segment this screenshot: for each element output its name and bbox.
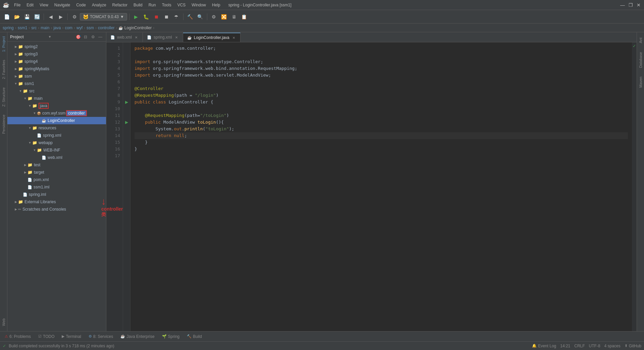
tree-spring-xml[interactable]: 📄 spring.xml [7,132,106,139]
close-tab-icon[interactable]: ✕ [134,35,139,40]
locate-button[interactable]: 🎯 [75,34,81,40]
run-gutter-icon-2[interactable]: ▶ [125,120,128,125]
close-tab-icon[interactable]: ✕ [174,35,179,40]
menu-window[interactable]: Window [189,2,209,8]
menu-refactor[interactable]: Refactor [110,2,130,8]
tree-ssm1-iml[interactable]: 📄 ssm1.iml [7,183,106,191]
java-enterprise-tab[interactable]: ☕ Java Enterprise [117,334,158,340]
coverage-button[interactable]: ☂ [172,12,181,21]
menu-file[interactable]: File [11,2,23,8]
menu-run[interactable]: Run [146,2,159,8]
expand-icon[interactable]: ▶ [23,171,28,174]
build-project-button[interactable]: ▶ [131,12,141,21]
event-log-button[interactable]: 🔔 Event Log [532,344,556,348]
close-button[interactable]: ✕ [636,2,641,8]
breadcrumb-ssm1[interactable]: ssm1 [18,26,28,30]
tree-spring2[interactable]: ▶ 📁 spring2 [7,43,106,50]
debug-button[interactable]: 🐛 [142,12,151,21]
tree-ssm1[interactable]: ▼ 📁 ssm1 [7,80,106,87]
expand-icon[interactable]: ▶ [13,208,18,211]
expand-icon[interactable]: ▼ [23,97,28,100]
tree-scratches[interactable]: ▶ ✏ Scratches and Consoles [7,206,106,213]
vcs-button[interactable]: 🔀 [219,12,229,21]
search-button[interactable]: 🔍 [196,12,205,21]
expand-icon[interactable]: ▼ [28,126,32,130]
save-button[interactable]: 💾 [22,12,32,21]
back-button[interactable]: ◀ [46,12,55,21]
forward-button[interactable]: ▶ [56,12,65,21]
menu-code[interactable]: Code [73,2,89,8]
expand-icon[interactable]: ▼ [32,148,37,152]
open-button[interactable]: 📂 [12,12,21,21]
tree-package[interactable]: ▼ 📦 com.wyf.ssm controller [7,110,106,117]
tree-resources[interactable]: ▼ 📁 resources [7,124,106,132]
new-file-button[interactable]: 📄 [2,12,11,21]
terminal-tab[interactable]: ▶ Terminal [58,334,84,340]
line-ending-selector[interactable]: CRLF [574,344,585,348]
encoding-selector[interactable]: UTF-8 [589,344,600,348]
breadcrumb-main[interactable]: main [41,26,49,30]
structure-button[interactable]: Z: Structure [0,83,7,111]
build-tab[interactable]: 🔨 Build [183,334,205,340]
tasks-button[interactable]: 📋 [239,12,249,21]
settings-button[interactable]: ⚙ [209,12,219,21]
tree-ssm[interactable]: ▶ 📁 ssm [7,73,106,80]
menu-navigate[interactable]: Navigate [52,2,73,8]
database-button[interactable]: Database [637,48,644,72]
expand-icon[interactable]: ▶ [23,163,28,167]
tree-src[interactable]: ▼ 📁 src [7,87,106,95]
stop-button[interactable]: ⏹ [162,12,171,21]
tab-logincontroller[interactable]: ☕ LoginController.java ✕ [183,33,240,42]
code-content[interactable]: package com.wyf.ssm.controller; import o… [130,42,632,331]
menu-analyze[interactable]: Analyze [89,2,109,8]
tree-test[interactable]: ▶ 📁 test [7,161,106,169]
tree-springmybatis[interactable]: ▶ 📁 springMybatis [7,65,106,73]
tab-web-xml[interactable]: 📄 web.xml ✕ [106,33,143,42]
todo-tab[interactable]: ☑ TODO [35,334,58,340]
menu-edit[interactable]: Edit [24,2,36,8]
tree-external-libraries[interactable]: ▶ 📁 External Libraries [7,198,106,206]
expand-icon[interactable]: ▼ [28,141,32,144]
expand-icon[interactable]: ▼ [32,112,37,115]
favorites-button[interactable]: 2: Favorites [0,56,7,83]
breadcrumb-controller[interactable]: controller [98,26,114,30]
breadcrumb-ssm[interactable]: ssm [87,26,94,30]
tree-main[interactable]: ▼ 📁 main [7,95,106,102]
expand-icon[interactable]: ▶ [13,200,18,204]
persistence-button[interactable]: Persistence [0,111,7,138]
settings-button[interactable]: ⚙ [90,34,96,40]
terminal-button[interactable]: 🖥 [229,12,239,21]
tree-spring4[interactable]: ▶ 📁 spring4 [7,58,106,65]
collapse-button[interactable]: ⊟ [83,34,89,40]
problems-tab[interactable]: ⚠ 6: Problems [1,334,34,340]
tree-webapp[interactable]: ▼ 📁 webapp [7,139,106,146]
tree-pom-xml[interactable]: 📄 pom.xml [7,176,106,183]
tree-target[interactable]: ▶ 📁 target [7,169,106,176]
expand-icon[interactable]: ▼ [18,89,23,93]
vcs-status[interactable]: ⬆ GitHub [625,344,641,348]
maven-button[interactable]: Maven [637,73,644,92]
position-indicator[interactable]: 14:21 [560,344,570,348]
minimize-button[interactable]: — [620,2,625,8]
tree-logincontroller[interactable]: ☕ LoginController [7,117,106,124]
breadcrumb-wyf[interactable]: wyf [76,26,83,30]
maximize-button[interactable]: ❐ [628,2,633,8]
hide-button[interactable]: — [97,34,103,40]
services-tab[interactable]: ⚙ 8: Services [85,334,116,340]
expand-icon[interactable]: ▶ [13,52,18,56]
sync-button[interactable]: 🔄 [32,12,42,21]
breadcrumb-com[interactable]: com [65,26,72,30]
tab-spring-xml[interactable]: 📄 spring.xml ✕ [143,33,183,42]
ant-button[interactable]: Ant [637,34,644,47]
tree-spring3[interactable]: ▶ 📁 spring3 [7,50,106,58]
run-config-button[interactable]: ⚙ [70,12,79,21]
expand-icon[interactable]: ▼ [28,104,32,107]
tree-webinf[interactable]: ▼ 📁 WEB-INF [7,146,106,154]
run-button[interactable]: ⏹ [152,12,161,21]
indent-selector[interactable]: 4 spaces [604,344,621,348]
menu-view[interactable]: View [37,2,51,8]
menu-help[interactable]: Help [209,2,223,8]
breadcrumb-spring[interactable]: spring [3,26,14,30]
tree-java[interactable]: ▼ 📁 java [7,102,106,110]
project-panel-button[interactable]: 1: Project [0,32,7,56]
